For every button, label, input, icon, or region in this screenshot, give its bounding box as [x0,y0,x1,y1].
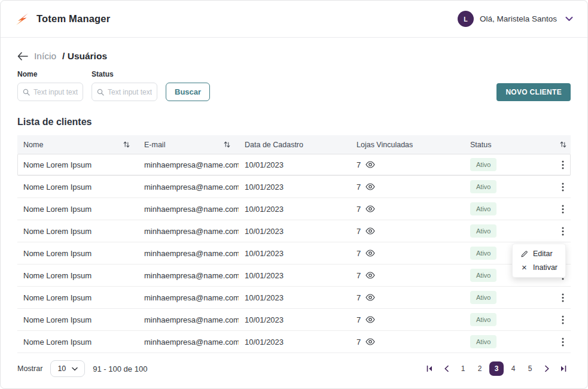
last-page-button[interactable] [556,361,571,376]
eye-icon[interactable] [365,205,375,212]
table-row[interactable]: Nome Lorem Ipsum minhaempresa@name.com 1… [17,154,571,176]
sort-icon[interactable] [123,141,130,148]
table-row[interactable]: Nome Lorem Ipsum minhaempresa@name.com 1… [17,198,571,220]
row-actions [554,226,572,237]
row-actions [554,292,572,303]
user-menu[interactable]: L Olá, Maristela Santos [458,11,573,27]
client-email: minhaempresa@name.com [138,205,239,214]
client-name: Nome Lorem Ipsum [17,249,138,258]
name-filter-input[interactable] [33,88,78,96]
page-size-select[interactable]: 10 [50,360,85,377]
eye-icon[interactable] [365,272,375,279]
page-buttons: 12345 [456,361,537,376]
kebab-menu-icon[interactable] [560,203,565,215]
name-filter-inputbox [17,83,83,101]
page-size-value: 10 [57,364,66,373]
next-page-button[interactable] [540,361,554,376]
page-button-1[interactable]: 1 [456,361,470,376]
eye-icon[interactable] [365,294,375,301]
avatar[interactable]: L [458,11,474,27]
client-email: minhaempresa@name.com [138,315,239,324]
column-header-email: E-mail [138,141,239,149]
filter-bar: Nome Status [17,70,571,101]
column-header-lojas-vinculadas: Lojas Vinculadas [351,141,464,149]
stores-count: 7 [357,338,361,347]
client-status: Ativo [464,180,554,193]
previous-page-button[interactable] [439,361,453,376]
stores-count: 7 [357,160,361,169]
table-row[interactable]: Nome Lorem Ipsum minhaempresa@name.com 1… [17,331,571,353]
top-bar: Totem Manager L Olá, Maristela Santos [1,1,587,38]
kebab-menu-icon[interactable] [560,181,565,193]
kebab-menu-icon[interactable] [560,336,565,348]
search-icon [23,89,30,96]
row-actions [554,203,572,215]
client-status: Ativo [464,202,554,215]
sort-icon[interactable] [224,141,230,148]
status-badge: Ativo [470,269,496,282]
client-stores: 7 [351,183,464,192]
table-row[interactable]: Nome Lorem Ipsum minhaempresa@name.com 1… [17,220,571,242]
eye-icon[interactable] [365,183,375,190]
table-body: Nome Lorem Ipsum minhaempresa@name.com 1… [17,154,571,353]
inactivate-menu-item[interactable]: × Inativar [520,263,557,272]
edit-label: Editar [533,250,553,258]
breadcrumb: Início / Usuários [17,51,571,62]
row-actions [554,336,572,348]
edit-menu-item[interactable]: Editar [520,250,557,258]
page-button-5[interactable]: 5 [523,361,537,376]
breadcrumb-current: / Usuários [62,51,107,62]
user-greeting: Olá, Maristela Santos [480,14,557,23]
chevron-down-icon[interactable] [565,16,573,22]
client-email: minhaempresa@name.com [138,338,239,347]
eye-icon[interactable] [365,227,375,235]
client-email: minhaempresa@name.com [138,293,239,302]
kebab-menu-icon[interactable] [560,226,565,237]
client-stores: 7 [351,227,464,236]
client-date: 10/01/2023 [239,293,351,302]
client-name: Nome Lorem Ipsum [17,271,138,280]
client-stores: 7 [351,249,464,258]
pagination-left: Mostrar 10 91 - 100 de 100 [17,360,147,377]
app-title: Totem Manager [36,13,110,25]
back-arrow-icon[interactable] [17,52,28,60]
status-filter-field: Status [92,70,157,101]
stores-count: 7 [357,183,361,192]
eye-icon[interactable] [365,316,375,323]
kebab-menu-icon[interactable] [560,159,565,171]
client-date: 10/01/2023 [239,227,351,236]
table-row[interactable]: Nome Lorem Ipsum minhaempresa@name.com 1… [17,176,571,198]
client-name: Nome Lorem Ipsum [17,338,138,347]
table-row[interactable]: Nome Lorem Ipsum minhaempresa@name.com 1… [17,265,571,287]
page-button-2[interactable]: 2 [473,361,487,376]
client-email: minhaempresa@name.com [138,160,239,169]
client-date: 10/01/2023 [239,183,351,192]
status-badge: Ativo [470,247,496,260]
eye-icon[interactable] [365,161,375,168]
page-button-4[interactable]: 4 [506,361,520,376]
table-row[interactable]: Nome Lorem Ipsum minhaempresa@name.com 1… [17,287,571,309]
sort-icon[interactable] [560,141,566,148]
first-page-button[interactable] [422,361,437,376]
search-button[interactable]: Buscar [166,83,210,101]
table-row[interactable]: Nome Lorem Ipsum minhaempresa@name.com 1… [17,242,571,265]
pencil-icon [520,250,528,258]
brand: Totem Manager [15,13,110,26]
kebab-menu-icon[interactable] [560,314,565,326]
client-email: minhaempresa@name.com [138,183,239,192]
kebab-menu-icon[interactable] [560,292,565,303]
new-client-button[interactable]: NOVO CLIENTE [496,83,571,101]
filter-fields: Nome Status [17,70,210,101]
eye-icon[interactable] [365,250,375,257]
close-icon: × [520,265,528,271]
column-header-nome: Nome [17,141,138,149]
range-text: 91 - 100 de 100 [93,364,147,373]
page-button-3[interactable]: 3 [489,361,504,376]
status-filter-input[interactable] [108,88,152,96]
app-window: Totem Manager L Olá, Maristela Santos In… [0,0,588,389]
breadcrumb-parent[interactable]: Início [34,51,56,62]
totem-logo-icon [15,13,29,26]
eye-icon[interactable] [365,338,375,345]
status-badge: Ativo [470,335,496,348]
table-row[interactable]: Nome Lorem Ipsum minhaempresa@name.com 1… [17,309,571,331]
